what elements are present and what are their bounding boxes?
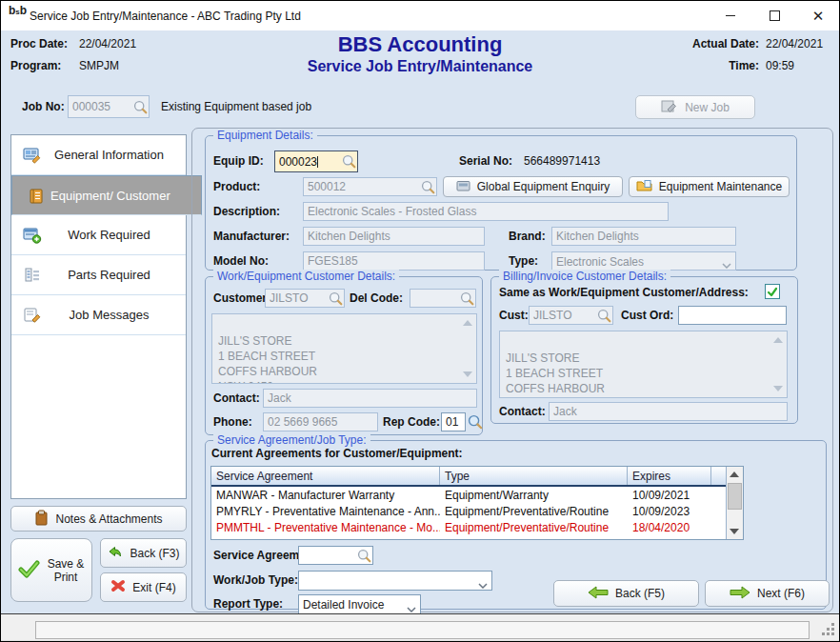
customer-label: Customer: [213,291,270,305]
del-code-lookup-icon [460,291,474,308]
type-label: Type: [509,254,538,268]
maximize-icon [770,10,780,21]
table-row[interactable]: PMMTHL - Preventative Maintenance - Mo..… [211,519,726,535]
chevron-down-icon [407,602,416,615]
col-expires: Expires [628,467,711,485]
equip-id-label: Equip ID: [213,154,264,168]
scrollbar-thumb[interactable] [728,483,742,510]
minimize-button[interactable] [709,1,752,30]
service-agreement-field[interactable] [298,546,373,565]
checkbox-check-icon [767,287,778,297]
col-filler [711,467,726,485]
col-type: Type [440,467,628,485]
cust-lookup-icon [597,309,611,325]
clipboard-icon [34,510,49,529]
sidebar-item-parts-required[interactable]: Parts Required [11,255,186,295]
brand-label: Brand: [509,230,546,243]
sidebar-item-general-information[interactable]: General Information [11,135,186,175]
work-job-type-select[interactable] [298,571,492,591]
billing-customer-title: Billing/Invoice Customer Details: [499,270,670,283]
serial-no-value: 566489971413 [524,154,600,168]
parts-required-icon [19,267,46,284]
job-no-label: Job No: [22,100,65,113]
scroll-up-icon [463,320,472,326]
time-label: Time: [683,59,759,72]
equipment-maintenance-button[interactable]: Equipment Maintenance [629,176,790,197]
equip-id-field[interactable]: 000023 [274,150,358,172]
time-value: 09:59 [766,59,794,72]
scroll-down-icon [773,386,783,391]
scrollbar-up-icon[interactable] [730,471,739,477]
rep-code-lookup-icon[interactable] [468,414,483,432]
work-address-textarea: JILL'S STORE 1 BEACH STREET COFFS HARBOU… [211,313,477,384]
model-no-label: Model No: [213,254,269,268]
minimize-icon [726,15,735,16]
text-cursor [317,156,318,168]
app-icon: bsb [9,7,26,24]
equipment-details-title: Equipment Details: [213,129,317,142]
new-job-button: New Job [635,95,755,119]
table-row[interactable]: MANWAR - Manufacturer Warranty Equipment… [211,487,726,503]
job-no-lookup-icon[interactable] [133,100,148,117]
scroll-down-icon [463,371,472,377]
report-type-select[interactable]: Detailed Invoice [298,594,421,614]
manufacturer-label: Manufacturer: [213,230,290,243]
table-scrollbar[interactable] [726,467,743,539]
close-button[interactable]: ✕ [796,1,840,30]
description-field: Electronic Scales - Frosted Glass [303,202,669,221]
type-select: Electronic Scales [551,251,736,271]
sidebar-item-work-required[interactable]: Work Required [11,215,186,255]
resize-grip[interactable] [831,632,834,635]
equipment-details-group: Equipment Details: Equip ID: 000023 Seri… [205,135,797,271]
title-bar[interactable]: bsb Service Job Entry/Maintenance - ABC … [1,1,839,30]
billing-contact-label: Contact: [499,405,546,418]
chevron-down-icon [478,578,488,592]
job-no-field: 000035 [68,95,150,118]
report-type-label: Report Type: [213,597,283,611]
sidebar-item-job-messages[interactable]: Job Messages [11,295,186,335]
table-row[interactable]: PMMTHL - Preventative Maintenance - Mo..… [211,535,726,539]
customer-field: JILSTO [265,289,345,308]
app-window: bsb Service Job Entry/Maintenance - ABC … [0,0,840,642]
work-customer-title: Work/Equipment Customer Details: [213,270,399,283]
exit-f4-button[interactable]: Exit (F4) [100,572,187,602]
billing-customer-group: Billing/Invoice Customer Details: Same a… [490,276,798,424]
work-contact-label: Contact: [213,391,260,405]
maximize-button[interactable] [752,1,796,30]
del-code-field [410,289,476,308]
notes-attachments-button[interactable]: Notes & Attachments [10,506,187,532]
next-f6-button[interactable]: Next (F6) [705,580,830,607]
cust-ord-field[interactable] [678,306,787,325]
enquiry-icon [456,180,470,194]
agreements-table-header: Service Agreement Type Expires [211,467,726,487]
same-as-checkbox[interactable] [765,284,780,299]
del-code-label: Del Code: [350,291,403,305]
description-label: Description: [213,205,280,218]
phone-field: 02 5669 9665 [263,412,378,431]
global-equipment-enquiry-button[interactable]: Global Equipment Enquiry [443,176,623,197]
table-row[interactable]: PMYRLY - Preventative Maintenance - Ann.… [211,503,726,519]
service-agreement-group: Service Agreement/Job Type: Current Agre… [205,440,827,610]
right-arrow-icon [730,586,750,602]
billing-contact-field: Jack [549,402,788,421]
service-agreement-title: Service Agreement/Job Type: [213,433,370,447]
cust-field: JILSTO [529,306,613,325]
cust-ord-label: Cust Ord: [621,309,673,322]
cust-label: Cust: [499,309,529,322]
status-message-area [35,621,810,639]
rep-code-field[interactable]: 01 [441,412,466,431]
job-messages-icon [19,307,46,324]
service-agreement-lookup-icon[interactable] [357,549,371,565]
actual-date-label: Actual Date: [683,37,759,50]
same-as-label: Same as Work/Equipment Customer/Address: [499,286,749,299]
manufacturer-field: Kitchen Delights [303,227,485,246]
serial-no-label: Serial No: [459,154,512,168]
save-print-button[interactable]: Save & Print [10,538,92,602]
main-panel: Equipment Details: Equip ID: 000023 Seri… [191,128,833,612]
back-f3-button[interactable]: Back (F3) [100,538,187,568]
sidebar-item-equipment-customer[interactable]: Equipment/ Customer [11,175,202,215]
equip-id-lookup-icon[interactable] [342,154,356,171]
back-f5-button[interactable]: Back (F5) [553,580,699,607]
general-information-icon [19,147,46,164]
scrollbar-down-icon[interactable] [730,529,739,534]
